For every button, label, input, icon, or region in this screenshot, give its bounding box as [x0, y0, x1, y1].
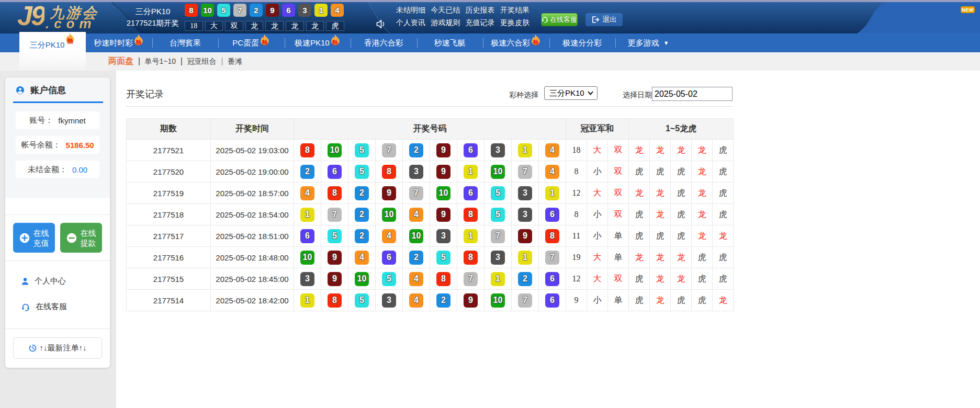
cell-dragon-tiger: 龙	[692, 161, 713, 183]
personal-center-item[interactable]: 个人中心	[21, 276, 66, 286]
result-ball: 8	[328, 293, 342, 308]
header-menu-link[interactable]: 未结明细	[396, 6, 431, 15]
online-service-button[interactable]: 在线客服	[541, 13, 578, 26]
cell-ball: 10	[294, 247, 321, 268]
account-username-value: fkymnet	[58, 116, 86, 125]
cell-dragon-tiger: 虎	[713, 204, 734, 225]
result-ball: 6	[545, 272, 559, 286]
subnav-item-1[interactable]: 两面盘	[108, 56, 133, 67]
cell-ball: 3	[485, 247, 512, 268]
nav-tab-7[interactable]: 秒速飞艇	[417, 33, 483, 52]
cell-dragon-tiger: 虎	[629, 161, 650, 183]
logout-button[interactable]: 退出	[585, 13, 623, 26]
withdraw-label-line2: 提款	[81, 239, 96, 247]
result-ball: 9	[464, 293, 478, 308]
subnav-item-2[interactable]: 单号1~10	[145, 57, 176, 66]
nav-tab-4[interactable]: PC蛋蛋熱	[218, 33, 285, 52]
header-ball: 4	[331, 4, 344, 17]
cell-parity: 双	[608, 204, 629, 225]
nav-tab-label: 台灣賓果	[170, 38, 201, 48]
header-menu-link[interactable]: 游戏规则	[431, 18, 465, 28]
unsettled-amount-value: 0.00	[72, 165, 87, 174]
date-input[interactable]	[652, 87, 733, 101]
cell-ball: 8	[457, 247, 485, 268]
header-ball: 9	[266, 4, 279, 17]
withdraw-button[interactable]: 在线提款	[60, 223, 102, 253]
unsettled-amount-label: 未结金额：	[28, 165, 67, 175]
customer-service-item[interactable]: 在线客服	[21, 302, 67, 312]
result-ball: 3	[518, 186, 532, 200]
result-ball: 4	[409, 208, 423, 222]
header-menu-link[interactable]: 开奖结果	[500, 6, 535, 15]
minus-circle-icon	[66, 233, 77, 243]
table-row: 21775202025-05-02 19:00:00265839110748小双…	[127, 161, 734, 183]
table-row: 21775142025-05-02 18:42:00185342910769小单…	[127, 290, 734, 311]
cell-ball: 9	[457, 290, 485, 311]
result-ball: 6	[464, 143, 478, 157]
cell-sum: 12	[566, 183, 587, 204]
result-ball: 6	[464, 186, 478, 200]
header-summary-box: 大	[205, 21, 223, 31]
cell-ball: 8	[294, 140, 321, 161]
nav-tab-6[interactable]: 香港六合彩	[351, 33, 417, 52]
cell-ball: 1	[512, 247, 539, 268]
speaker-icon[interactable]	[376, 19, 387, 29]
cell-ball: 9	[376, 183, 403, 204]
cell-ball: 1	[539, 183, 566, 204]
cell-ball: 6	[457, 183, 485, 204]
table-row: 21775212025-05-02 19:03:008105729631418大…	[127, 140, 734, 161]
nav-tab-3[interactable]: 台灣賓果	[152, 33, 219, 52]
nav-tab-8[interactable]: 极速六合彩熱	[483, 33, 549, 52]
cell-ball: 2	[348, 225, 376, 247]
cell-sum: 9	[566, 290, 587, 311]
result-ball: 7	[409, 186, 423, 200]
cell-ball: 7	[512, 290, 539, 311]
hot-flame-icon: 熱	[531, 35, 541, 47]
table-row: 21775172025-05-02 18:51:006524103179811小…	[127, 225, 734, 247]
cell-dragon-tiger: 虎	[671, 161, 692, 183]
hot-flame-char: 熱	[332, 39, 338, 47]
latest-bets-button[interactable]: ↑↓最新注单↑↓	[13, 337, 102, 359]
cell-ball: 1	[294, 204, 321, 225]
cell-ball: 8	[321, 183, 348, 204]
deposit-button[interactable]: 在线充值	[13, 223, 55, 253]
cell-dragon-tiger: 虎	[671, 225, 692, 247]
nav-tab-5[interactable]: 极速PK10熱	[285, 33, 351, 52]
header-menu-link[interactable]: 今天已结	[431, 6, 465, 15]
cell-ball: 3	[430, 225, 457, 247]
nav-tab-1[interactable]: 三分PK10熱	[19, 32, 86, 71]
nav-tab-10[interactable]: 更多游戏▼	[615, 33, 682, 52]
cell-ball: 7	[321, 204, 348, 225]
deposit-label-line2: 充值	[33, 239, 49, 247]
cell-ball: 5	[485, 204, 512, 225]
header-menu-link[interactable]: 个人资讯	[396, 18, 431, 28]
cell-ball: 8	[321, 290, 348, 311]
cell-ball: 3	[403, 161, 430, 183]
header-menu-link[interactable]: 充值记录	[466, 18, 500, 28]
lottery-select[interactable]: 三分PK10	[544, 86, 598, 100]
header-menu-link[interactable]: 更换皮肤	[500, 18, 535, 28]
result-ball: 8	[328, 186, 342, 200]
subnav-item-3[interactable]: 冠亚组合	[187, 57, 217, 66]
nav-tab-9[interactable]: 极速分分彩	[549, 33, 616, 52]
cell-dragon-tiger: 龙	[671, 140, 692, 161]
result-ball: 10	[300, 251, 314, 265]
logo[interactable]: J9 九游会 .com	[17, 2, 117, 32]
result-ball: 1	[518, 251, 532, 265]
draw-game-name: 三分PK10	[126, 7, 180, 17]
withdraw-label-line1: 在线	[81, 229, 96, 237]
header-summary-box: 龙	[286, 21, 304, 31]
subnav-item-4[interactable]: 番滩	[228, 57, 242, 66]
header-ball: 7	[233, 4, 246, 17]
cell-ball: 1	[512, 140, 539, 161]
cell-ball: 7	[457, 268, 485, 290]
result-ball: 5	[328, 229, 342, 243]
cell-dragon-tiger: 龙	[650, 183, 671, 204]
nav-tab-2[interactable]: 秒速时时彩熱	[86, 33, 152, 52]
header-menu-link[interactable]: 历史报表	[466, 6, 500, 15]
header-menu-row-1: 未结明细今天已结历史报表开奖结果	[396, 6, 535, 15]
header-ball: 10	[201, 4, 214, 17]
cell-size: 小	[587, 204, 608, 225]
cell-ball: 1	[457, 225, 485, 247]
result-ball: 3	[491, 143, 505, 157]
